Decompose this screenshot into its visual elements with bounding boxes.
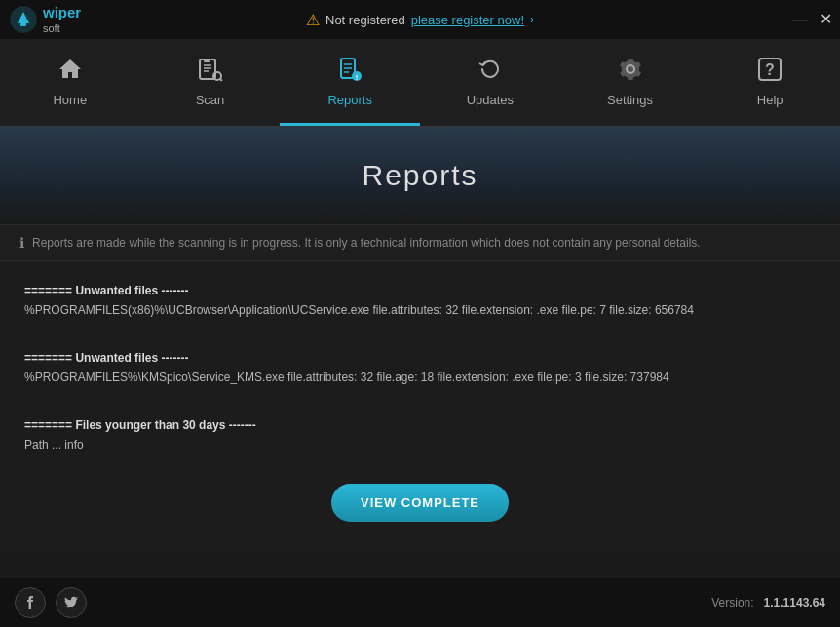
bottom-bar: Version: 1.1.1143.64 [0, 578, 840, 627]
main-container: Reports ℹ Reports are made while the sca… [0, 127, 840, 578]
home-label: Home [53, 93, 87, 107]
window-controls: — ✕ [792, 12, 832, 27]
updates-label: Updates [467, 93, 514, 107]
help-icon: ? [756, 56, 783, 87]
nav-item-scan[interactable]: Scan [140, 39, 281, 126]
report-entry-0: ======= Unwanted files ------- %PROGRAMF… [24, 281, 816, 321]
home-icon [57, 56, 84, 87]
register-link[interactable]: please register now! [411, 13, 524, 27]
nav-item-reports[interactable]: ! Reports [280, 39, 420, 126]
close-button[interactable]: ✕ [820, 12, 832, 27]
scan-label: Scan [196, 93, 225, 107]
nav-item-home[interactable]: Home [0, 39, 140, 126]
help-label: Help [757, 93, 783, 107]
version-number: 1.1.1143.64 [764, 596, 825, 609]
chevron-right-icon: › [530, 13, 534, 26]
report-detail-1: %PROGRAMFILES%\KMSpico\Service_KMS.exe f… [24, 368, 816, 387]
updates-icon [477, 56, 504, 87]
report-detail-2: Path ... info [24, 435, 816, 454]
titlebar: wiper soft ⚠ Not registered please regis… [0, 0, 840, 39]
facebook-button[interactable] [15, 587, 46, 618]
settings-label: Settings [607, 93, 653, 107]
svg-text:!: ! [356, 73, 359, 82]
not-registered-text: Not registered [325, 13, 405, 27]
reports-content: ======= Unwanted files ------- %PROGRAMF… [0, 261, 840, 551]
warning-icon: ⚠ [306, 11, 320, 29]
logo-icon [10, 6, 37, 33]
nav-item-help[interactable]: ? Help [700, 39, 840, 126]
info-icon: ℹ [19, 235, 24, 251]
info-text: Reports are made while the scanning is i… [32, 236, 701, 250]
report-header-1: ======= Unwanted files ------- [24, 348, 816, 368]
reports-icon: ! [336, 56, 363, 87]
logo-text: wiper soft [43, 5, 81, 34]
svg-rect-4 [204, 60, 210, 62]
settings-icon [617, 56, 644, 87]
page-header: Reports [0, 127, 840, 224]
svg-line-6 [220, 79, 222, 81]
reports-label: Reports [327, 93, 372, 107]
report-entry-2: ======= Files younger than 30 days -----… [24, 415, 816, 455]
not-registered-banner: ⚠ Not registered please register now! › [306, 11, 534, 29]
twitter-button[interactable] [56, 587, 87, 618]
svg-text:?: ? [765, 61, 775, 78]
logo-area: wiper soft [10, 5, 81, 34]
inner-content: Reports ℹ Reports are made while the sca… [0, 127, 840, 578]
minimize-button[interactable]: — [792, 12, 808, 27]
navbar: Home Scan ! Repo [0, 39, 840, 127]
report-header-0: ======= Unwanted files ------- [24, 281, 816, 300]
svg-rect-2 [20, 23, 26, 26]
report-detail-0: %PROGRAMFILES(x86)%\UCBrowser\Applicatio… [24, 300, 816, 320]
report-entry-1: ======= Unwanted files ------- %PROGRAMF… [24, 348, 816, 388]
social-icons [15, 587, 87, 618]
info-bar: ℹ Reports are made while the scanning is… [0, 224, 840, 261]
scan-icon [197, 56, 224, 87]
version-text: Version: 1.1.1143.64 [711, 596, 825, 609]
nav-item-settings[interactable]: Settings [560, 39, 701, 126]
report-header-2: ======= Files younger than 30 days -----… [24, 415, 816, 435]
nav-item-updates[interactable]: Updates [420, 39, 560, 126]
page-title: Reports [362, 159, 477, 192]
view-complete-button[interactable]: VIEW COMPLETE [331, 484, 509, 522]
